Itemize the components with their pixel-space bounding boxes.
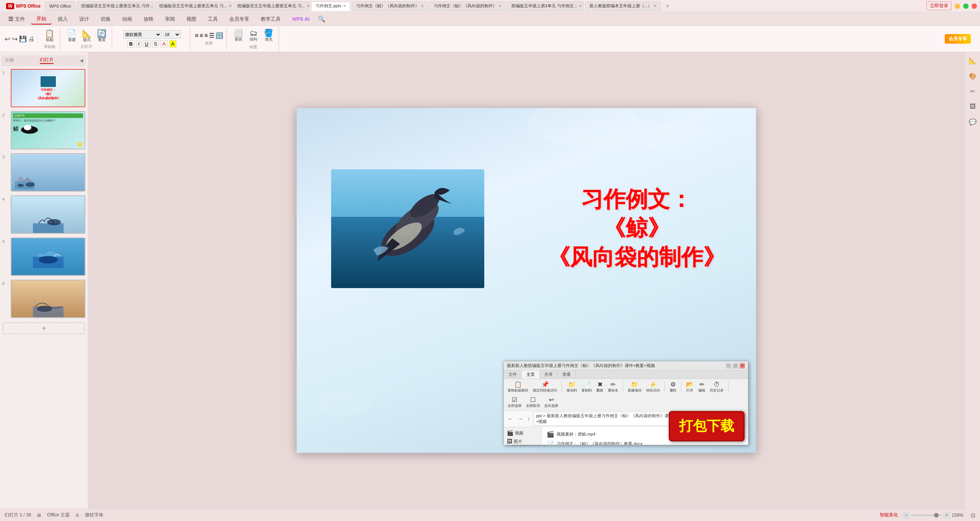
tab-4[interactable]: 统编版语文五年级上册第五单元 习... ✕ (233, 2, 310, 11)
right-icon-4[interactable]: 🖼 (967, 101, 978, 112)
tab-close-icon[interactable]: ✕ (421, 4, 424, 8)
fe-tab-file[interactable]: 文件 (504, 370, 522, 378)
tab-close-icon[interactable]: ✕ (229, 4, 232, 8)
fe-sidebar-images[interactable]: 🖼 图片 (505, 437, 540, 445)
layout-btn[interactable]: 📐 版式 (80, 29, 94, 43)
tab-close-icon[interactable]: ✕ (579, 4, 582, 8)
ribbon-tab-wpsai[interactable]: WPS AI (287, 15, 315, 23)
save-btn[interactable]: 💾 (19, 35, 27, 43)
fe-sidebar-video[interactable]: 🎬 视频 (505, 429, 540, 437)
ribbon-tab-member[interactable]: 会员专享 (224, 14, 255, 24)
search-icon[interactable]: 🔍 (315, 15, 328, 23)
slide-thumb-6[interactable]: 6 (2, 279, 86, 319)
fe-delete-btn[interactable]: ✖ 删除 (595, 380, 605, 394)
shapes-btn[interactable]: ⬜ 形状 (231, 28, 245, 43)
tab-3[interactable]: 统编版语文五年级上册第五单元 习... ✕ (155, 2, 232, 11)
font-color-btn[interactable]: A (160, 40, 168, 48)
fe-minimize-btn[interactable]: ─ (726, 363, 731, 369)
arrange-btn[interactable]: 🗂 排列 (247, 28, 260, 43)
fill-btn[interactable]: 🪣 填充 (261, 28, 276, 43)
bullet-btn[interactable]: ☰ (209, 32, 214, 39)
panel-collapse-btn[interactable]: ◀ (80, 58, 83, 63)
reset-btn[interactable]: 🔄 重置 (95, 29, 109, 43)
print-btn[interactable]: 🖨 (28, 36, 34, 43)
fe-forward-btn[interactable]: → (516, 415, 524, 423)
slide-thumb-5[interactable]: 5 (2, 237, 86, 277)
paste-btn[interactable]: 📋 粘贴 (42, 29, 57, 43)
add-slide-btn[interactable]: + (3, 323, 85, 334)
right-icon-5[interactable]: 💬 (967, 116, 978, 127)
fe-select-all-btn[interactable]: ☑ 全部选择 (506, 395, 523, 409)
fe-pin-btn[interactable]: 📌 固定到快速访问 (531, 380, 559, 394)
fe-history-btn[interactable]: ⏱ 历史记录 (708, 380, 725, 394)
outline-tab[interactable]: 大纲 (5, 57, 14, 64)
ribbon-tab-tools[interactable]: 工具 (203, 14, 223, 24)
fe-deselect-btn[interactable]: ☐ 全部取消 (524, 395, 541, 409)
ribbon-tab-animation[interactable]: 动画 (117, 14, 137, 24)
fe-up-btn[interactable]: ↑ (526, 415, 532, 423)
tab-8[interactable]: 部编版五年级上第3单元 习作例文... ✕ (507, 2, 584, 11)
ribbon-tab-design[interactable]: 设计 (74, 14, 95, 24)
fe-maximize-btn[interactable]: □ (733, 363, 738, 369)
fe-copy-btn[interactable]: 📄 复制到 (580, 380, 593, 394)
ribbon-tab-teaching[interactable]: 教学工具 (255, 14, 286, 24)
slide-thumb-3[interactable]: 3 (2, 152, 86, 192)
tab-close-icon[interactable]: ✕ (343, 4, 346, 8)
numbering-btn[interactable]: 🔢 (216, 32, 223, 39)
fe-properties-btn[interactable]: ⚙ 属性 (668, 380, 678, 394)
tab-close-icon[interactable]: ✕ (307, 4, 310, 8)
align-left-btn[interactable]: ≡ (195, 32, 198, 39)
slides-tab[interactable]: 幻灯片 (40, 57, 54, 64)
right-icon-1[interactable]: 📐 (967, 55, 978, 66)
fit-window-btn[interactable]: ⊡ (971, 512, 975, 518)
right-icon-2[interactable]: 🎨 (967, 70, 978, 81)
redo-btn[interactable]: ↪ (12, 35, 18, 43)
font-family-select[interactable]: 微软雅黑 宋体 黑体 (123, 30, 162, 39)
new-tab-btn[interactable]: ＋ (662, 2, 673, 10)
slide-thumb-2[interactable]: 2 品读导学 同学们，你们知道这是什么动物吗？ 鲸 ⭐ (2, 110, 86, 150)
fe-open-btn[interactable]: 📂 打开 (684, 380, 695, 394)
ribbon-tab-slideshow[interactable]: 放映 (138, 14, 159, 24)
member-btn[interactable]: 会员专享 (945, 34, 971, 44)
tab-6[interactable]: 习作例文《鲸》《风向袋的制作》 ✕ (352, 2, 428, 11)
strikethrough-btn[interactable]: S (152, 40, 159, 48)
tab-wps[interactable]: WPS Office (45, 2, 75, 11)
ribbon-tab-view[interactable]: 视图 (181, 14, 202, 24)
fe-edit-btn[interactable]: ✏ 编辑 (697, 380, 707, 394)
fe-address-input[interactable]: ppt > 最新新人教统编版五年级上册习作例文《鲸》《风向袋的制作》课件+教案+… (533, 412, 691, 426)
zoom-out-btn[interactable]: − (903, 512, 910, 519)
tab-2[interactable]: 统编版语文五年级上册第五单元 习作... ✕ (77, 2, 154, 11)
ribbon-tab-transition[interactable]: 切换 (95, 14, 116, 24)
download-badge[interactable]: 打包下载 (669, 411, 745, 441)
close-btn[interactable] (972, 3, 977, 9)
tab-close-icon[interactable]: ✕ (653, 4, 657, 8)
undo-btn[interactable]: ↩ (5, 35, 10, 43)
new-slide-btn[interactable]: 📄 新建 (65, 29, 79, 43)
ai-btn[interactable]: 智能美化 (880, 512, 898, 518)
align-center-btn[interactable]: ≡ (199, 32, 203, 39)
register-btn[interactable]: 立即登录 (926, 2, 952, 10)
font-size-select[interactable]: 18 24 36 (163, 30, 181, 39)
underline-btn[interactable]: U (143, 40, 150, 48)
fe-tab-view[interactable]: 查看 (558, 370, 576, 378)
tab-9[interactable]: 新人教版部编本五年级上册（...） ✕ (585, 2, 661, 11)
zoom-slider[interactable] (911, 514, 942, 516)
ribbon-tab-file[interactable]: ☰ 文件 (3, 14, 30, 24)
slide-canvas[interactable]: 习作例文： 《鲸》 《风向袋的制作》 单击此处添加备注 最新新人教统编版五年级上… (297, 108, 756, 453)
zoom-in-btn[interactable]: ＋ (943, 512, 950, 519)
fe-close-btn[interactable]: ✕ (740, 363, 745, 369)
fe-back-btn[interactable]: ← (506, 415, 514, 423)
bold-btn[interactable]: B (127, 40, 134, 48)
fe-rename-btn[interactable]: ✏ 重命名 (606, 380, 620, 394)
fe-move-btn[interactable]: 📁 移动到 (565, 380, 578, 394)
tab-7[interactable]: 习作例文《鲸》《风向袋的制作》 ✕ (430, 2, 506, 11)
slide-thumb-1[interactable]: 1 习作例文：《鲸》《风向袋的制作》 (2, 68, 86, 108)
right-icon-3[interactable]: ✂ (967, 86, 978, 97)
align-right-btn[interactable]: ≡ (204, 32, 208, 39)
fe-easy-access-btn[interactable]: ⚡ 轻松访问 (645, 380, 662, 394)
highlight-btn[interactable]: A (169, 40, 176, 48)
fe-copy-path-btn[interactable]: 📋 复制粘贴路径 (506, 380, 530, 394)
italic-btn[interactable]: I (136, 40, 142, 48)
maximize-btn[interactable] (963, 3, 969, 9)
fe-tab-share[interactable]: 共享 (540, 370, 558, 378)
